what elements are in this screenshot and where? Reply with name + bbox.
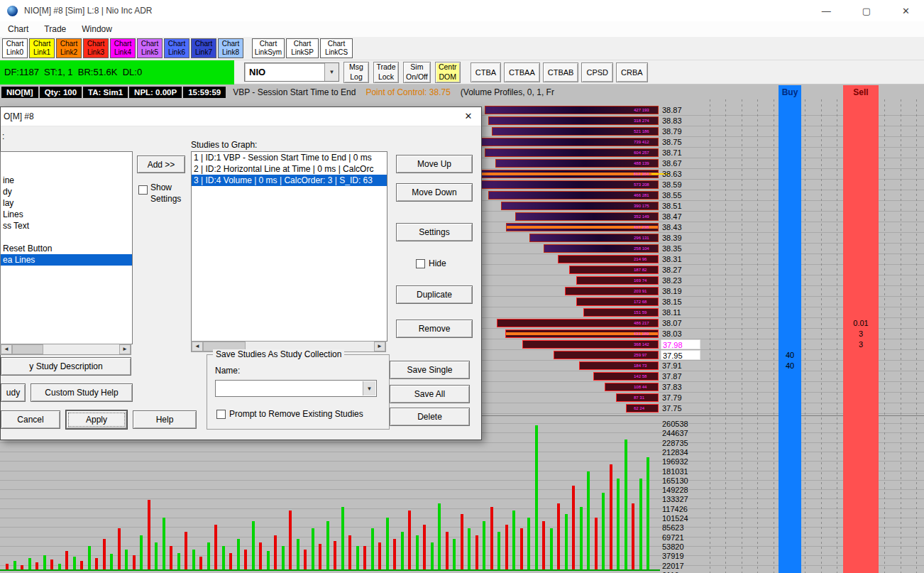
volume-scale-label: 165130: [662, 476, 688, 486]
toolbar-button-ctba[interactable]: CTBA: [471, 62, 501, 82]
chart-link-button-linkcs[interactable]: ChartLinkCS: [320, 38, 353, 58]
gridline-v: [821, 99, 822, 573]
chart-link-button-link8[interactable]: ChartLink8: [218, 38, 243, 58]
vap-text: 142 58: [634, 372, 661, 381]
minimize-button[interactable]: —: [822, 6, 831, 16]
delete-button[interactable]: Delete: [390, 408, 470, 426]
price-scale-label: 38.47: [662, 212, 682, 222]
chart-link-line1: Chart: [328, 40, 345, 48]
close-button[interactable]: ✕: [902, 6, 910, 16]
available-study-item[interactable]: lay: [1, 197, 132, 209]
cancel-button[interactable]: Cancel: [1, 410, 60, 429]
price-scale-label: 38.59: [662, 180, 682, 190]
custom-study-help-button[interactable]: Custom Study Help: [31, 383, 133, 402]
maximize-button[interactable]: ▢: [862, 6, 871, 16]
custom-study-button[interactable]: udy: [1, 383, 26, 402]
menu-bar: ChartTradeWindow: [0, 21, 924, 37]
toolbar-button-tradelock[interactable]: TradeLock: [373, 62, 399, 83]
remove-button[interactable]: Remove: [396, 320, 473, 338]
button-label: Log: [350, 72, 363, 82]
chevron-down-icon[interactable]: ▼: [363, 381, 375, 395]
bid-price-box: 37.95: [661, 350, 700, 360]
volume-bar: [326, 521, 329, 571]
available-study-item[interactable]: ea Lines: [1, 254, 132, 266]
chart-link-button-linksym[interactable]: ChartLinkSym: [252, 38, 285, 58]
study-item[interactable]: 2 | ID:2 Horizontal Line at Time | 0 ms …: [192, 163, 387, 175]
gridline-v: [774, 99, 774, 573]
available-studies-list[interactable]: inedylayLinesss TextReset Buttonea Lines: [0, 151, 133, 344]
volume-bar: [505, 525, 508, 571]
vap-text: 184 73: [634, 361, 661, 370]
volume-bar: [185, 532, 187, 571]
chart-link-toolbar: ChartLink0ChartLink1ChartLink2ChartLink3…: [0, 37, 924, 60]
show-settings-checkbox[interactable]: [138, 185, 148, 195]
gridline-v: [757, 99, 758, 573]
hide-checkbox[interactable]: [416, 259, 425, 268]
save-single-button[interactable]: Save Single: [390, 361, 470, 379]
apply-button[interactable]: Apply: [66, 410, 127, 429]
symbol-value: NIO: [245, 67, 265, 77]
menu-item-trade[interactable]: Trade: [36, 24, 74, 34]
toolbar-button-ctbaa[interactable]: CTBAA: [504, 62, 540, 82]
chart-link-button-linksp[interactable]: ChartLinkSP: [286, 38, 319, 58]
chart-link-button-link3[interactable]: ChartLink3: [83, 38, 109, 58]
price-scale-label: 37.83: [662, 383, 682, 392]
volume-profile-bar: [488, 116, 659, 125]
vap-text: 486 217: [634, 319, 661, 327]
available-study-item[interactable]: Reset Button: [1, 243, 132, 254]
toolbar-button-crba[interactable]: CRBA: [616, 62, 648, 82]
dialog-titlebar[interactable]: O[M] #8: [1, 107, 481, 126]
toolbar-button-ctbab[interactable]: CTBAB: [543, 62, 579, 82]
studies-to-graph-list[interactable]: 1 | ID:1 VBP - Session Start Time to End…: [191, 151, 387, 342]
available-study-item[interactable]: [1, 163, 132, 175]
buy-depth-column[interactable]: [779, 99, 801, 573]
move-down-button[interactable]: Move Down: [396, 183, 473, 202]
toolbar-button-simonoff[interactable]: SimOn/Off: [403, 62, 431, 83]
dialog-close-icon[interactable]: ✕: [462, 110, 475, 123]
volume-scale-label: 149228: [662, 486, 688, 495]
menu-item-chart[interactable]: Chart: [0, 24, 36, 34]
available-studies-hscrollbar[interactable]: ◄ ►: [0, 344, 131, 355]
available-study-item[interactable]: [1, 231, 132, 243]
available-study-item[interactable]: ine: [1, 175, 132, 186]
price-scale-label: 38.79: [662, 127, 682, 136]
available-study-item[interactable]: Lines: [1, 209, 132, 220]
add-study-button[interactable]: Add >>: [137, 155, 185, 173]
chart-link-line1: Chart: [195, 40, 212, 48]
duplicate-button[interactable]: Duplicate: [396, 285, 473, 304]
toolbar-button-cpsd[interactable]: CPSD: [581, 62, 613, 82]
volume-scale-label: 53820: [662, 542, 684, 552]
toolbar-button-msglog[interactable]: MsgLog: [343, 62, 369, 83]
price-scale-label: 38.35: [662, 244, 682, 253]
chart-link-button-link4[interactable]: ChartLink4: [110, 38, 136, 58]
toolbar-button-centrdom[interactable]: CentrDOM: [435, 62, 461, 83]
study-item[interactable]: 1 | ID:1 VBP - Session Start Time to End…: [192, 152, 387, 163]
dialog-title: O[M] #8: [4, 111, 34, 121]
study-description-button[interactable]: y Study Description: [1, 357, 131, 376]
volume-scale-label: 37919: [662, 552, 684, 561]
available-study-item[interactable]: dy: [1, 186, 132, 197]
chart-link-button-link0[interactable]: ChartLink0: [2, 38, 28, 58]
volume-scale-label: 228735: [662, 439, 688, 448]
chart-link-button-link2[interactable]: ChartLink2: [56, 38, 82, 58]
vap-text: 259 97: [634, 351, 661, 359]
help-button[interactable]: Help: [133, 410, 197, 429]
save-all-button[interactable]: Save All: [390, 385, 470, 403]
chart-link-button-link7[interactable]: ChartLink7: [191, 38, 216, 58]
chart-link-button-link6[interactable]: ChartLink6: [164, 38, 189, 58]
move-up-button[interactable]: Move Up: [396, 155, 473, 173]
settings-button[interactable]: Settings: [396, 223, 473, 241]
symbol-combobox[interactable]: NIO ▼: [244, 62, 339, 82]
volume-scale-label: 85623: [662, 523, 684, 533]
menu-item-window[interactable]: Window: [74, 24, 120, 34]
available-study-item[interactable]: ss Text: [1, 220, 132, 231]
chart-link-button-link1[interactable]: ChartLink1: [29, 38, 55, 58]
prompt-remove-checkbox[interactable]: [216, 410, 226, 419]
available-study-item[interactable]: [1, 152, 132, 163]
chevron-down-icon[interactable]: ▼: [324, 63, 339, 81]
volume-bar: [602, 493, 605, 571]
study-item[interactable]: 3 | ID:4 Volume | 0 ms | CalcOrder: 3 | …: [192, 175, 387, 186]
chart-link-button-link5[interactable]: ChartLink5: [137, 38, 163, 58]
volume-bar: [140, 535, 143, 571]
collection-name-combobox[interactable]: ▼: [215, 380, 377, 397]
